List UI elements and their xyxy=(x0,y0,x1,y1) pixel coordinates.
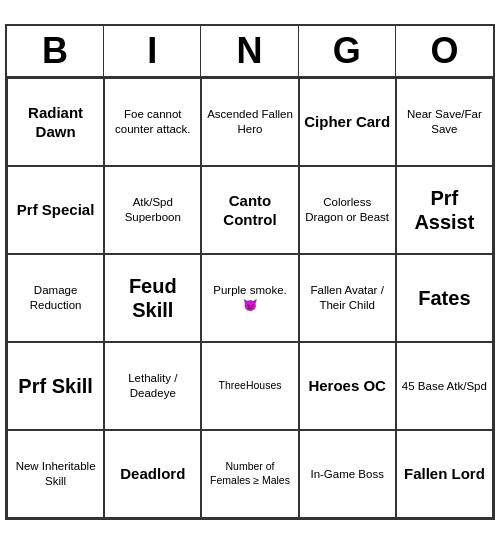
bingo-letter-n: N xyxy=(201,26,298,76)
cell-r3-c4: 45 Base Atk/Spd xyxy=(396,342,493,430)
cell-r1-c0: Prf Special xyxy=(7,166,104,254)
cell-r3-c0: Prf Skill xyxy=(7,342,104,430)
cell-r4-c0: New Inheritable Skill xyxy=(7,430,104,518)
cell-r4-c2: Number of Females ≥ Males xyxy=(201,430,298,518)
cell-r0-c0: Radiant Dawn xyxy=(7,78,104,166)
bingo-letter-o: O xyxy=(396,26,493,76)
bingo-letter-b: B xyxy=(7,26,104,76)
cell-r1-c2: Canto Control xyxy=(201,166,298,254)
cell-r1-c4: Prf Assist xyxy=(396,166,493,254)
cell-r4-c3: In-Game Boss xyxy=(299,430,396,518)
bingo-header: BINGO xyxy=(7,26,493,78)
cell-r0-c2: Ascended Fallen Hero xyxy=(201,78,298,166)
cell-r1-c1: Atk/Spd Superboon xyxy=(104,166,201,254)
cell-r2-c4: Fates xyxy=(396,254,493,342)
cell-r3-c2: ThreeHouses xyxy=(201,342,298,430)
cell-r0-c3: Cipher Card xyxy=(299,78,396,166)
cell-r3-c3: Heroes OC xyxy=(299,342,396,430)
cell-r2-c1: Feud Skill xyxy=(104,254,201,342)
cell-r3-c1: Lethality / Deadeye xyxy=(104,342,201,430)
cell-r2-c2: Purple smoke. 😈 xyxy=(201,254,298,342)
bingo-letter-g: G xyxy=(299,26,396,76)
cell-r0-c4: Near Save/Far Save xyxy=(396,78,493,166)
cell-r0-c1: Foe cannot counter attack. xyxy=(104,78,201,166)
cell-r2-c3: Fallen Avatar / Their Child xyxy=(299,254,396,342)
cell-r4-c4: Fallen Lord xyxy=(396,430,493,518)
cell-r1-c3: Colorless Dragon or Beast xyxy=(299,166,396,254)
bingo-grid: Radiant DawnFoe cannot counter attack.As… xyxy=(7,78,493,518)
cell-r4-c1: Deadlord xyxy=(104,430,201,518)
bingo-card: BINGO Radiant DawnFoe cannot counter att… xyxy=(5,24,495,520)
cell-r2-c0: Damage Reduction xyxy=(7,254,104,342)
bingo-letter-i: I xyxy=(104,26,201,76)
